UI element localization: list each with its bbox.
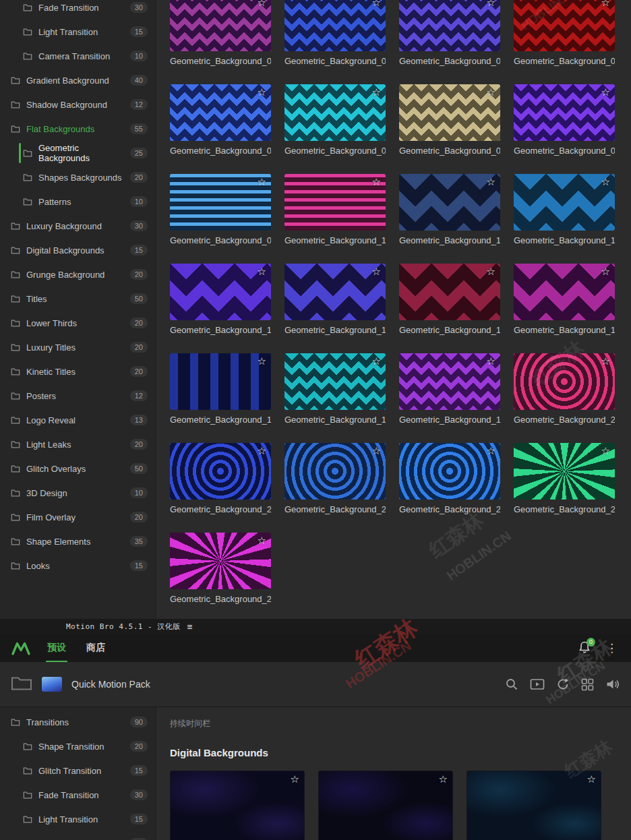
- notifications-button[interactable]: 0: [578, 640, 591, 657]
- preview-icon[interactable]: [530, 678, 545, 691]
- preset-item[interactable]: ☆Geometric_Background_1: [399, 353, 500, 427]
- preset-thumbnail[interactable]: ☆: [514, 174, 615, 231]
- preset-item[interactable]: ☆Geometric_Background_0: [170, 174, 271, 247]
- preset-item[interactable]: ☆: [467, 771, 568, 840]
- sidebar-item-patterns[interactable]: Patterns10: [0, 189, 156, 214]
- preset-item[interactable]: ☆Geometric_Background_2: [514, 353, 615, 427]
- tab-presets[interactable]: 预设: [46, 634, 67, 662]
- preset-thumbnail[interactable]: ☆: [399, 0, 500, 51]
- preset-item[interactable]: ☆Geometric_Background_0: [399, 0, 500, 68]
- sidebar-item-logo-reveal[interactable]: Logo Reveal13: [0, 408, 156, 432]
- preset-item[interactable]: ☆Geometric_Background_2: [170, 533, 271, 606]
- favorite-star-icon[interactable]: ☆: [372, 86, 381, 98]
- preset-thumbnail[interactable]: ☆: [170, 533, 271, 589]
- sidebar-item-fade-transition[interactable]: Fade Transition30: [0, 783, 156, 807]
- sidebar-item-lower-thirds[interactable]: Lower Thirds20: [0, 311, 156, 335]
- sidebar-item-light-leaks[interactable]: Light Leaks20: [0, 432, 156, 456]
- favorite-star-icon[interactable]: ☆: [258, 0, 266, 9]
- sidebar-item-flat-backgrounds[interactable]: Flat Backgrounds55: [0, 117, 156, 141]
- preset-thumbnail[interactable]: ☆: [318, 771, 453, 840]
- preset-thumbnail[interactable]: ☆: [170, 0, 271, 51]
- favorite-star-icon[interactable]: ☆: [258, 176, 266, 188]
- preset-item[interactable]: ☆Geometric_Background_2: [170, 443, 271, 516]
- preset-item[interactable]: ☆Geometric_Background_1: [284, 264, 386, 337]
- grid-view-icon[interactable]: [581, 678, 594, 691]
- preset-item[interactable]: ☆Geometric_Background_1: [399, 174, 500, 247]
- preset-thumbnail[interactable]: ☆: [284, 0, 386, 51]
- preset-item[interactable]: ☆Geometric_Background_0: [399, 84, 500, 158]
- hamburger-menu-icon[interactable]: ≡: [187, 622, 193, 632]
- sidebar-item-digital-backgrounds[interactable]: Digital Backgrounds15: [0, 238, 156, 262]
- favorite-star-icon[interactable]: ☆: [601, 86, 610, 98]
- sidebar-item-titles[interactable]: Titles50: [0, 287, 156, 311]
- preset-item[interactable]: ☆Geometric_Background_0: [170, 0, 271, 68]
- favorite-star-icon[interactable]: ☆: [372, 0, 381, 9]
- favorite-star-icon[interactable]: ☆: [372, 266, 381, 278]
- preset-thumbnail[interactable]: ☆: [170, 84, 271, 141]
- sidebar-item-light-transition[interactable]: Light Transition15: [0, 20, 156, 44]
- preset-thumbnail[interactable]: ☆: [514, 0, 615, 51]
- sidebar-item-gradient-background[interactable]: Gradient Background40: [0, 68, 156, 92]
- favorite-star-icon[interactable]: ☆: [258, 355, 266, 367]
- favorite-star-icon[interactable]: ☆: [601, 355, 610, 367]
- preset-thumbnail[interactable]: ☆: [399, 443, 500, 500]
- preset-item[interactable]: ☆Geometric_Background_2: [399, 443, 500, 516]
- favorite-star-icon[interactable]: ☆: [601, 266, 610, 278]
- preset-item[interactable]: ☆Geometric_Background_0: [170, 84, 271, 158]
- sidebar-item-luxury-background[interactable]: Luxury Background30: [0, 214, 156, 238]
- sidebar-item-shape-elements[interactable]: Shape Elements35: [0, 529, 156, 553]
- favorite-star-icon[interactable]: ☆: [601, 445, 610, 457]
- sidebar-item-camera-transition[interactable]: Camera Transition10: [0, 44, 156, 68]
- preset-thumbnail[interactable]: ☆: [514, 353, 615, 410]
- favorite-star-icon[interactable]: ☆: [372, 445, 381, 457]
- sidebar-item-shapes-backgrounds[interactable]: Shapes Backgrounds20: [0, 165, 156, 189]
- favorite-star-icon[interactable]: ☆: [439, 773, 448, 785]
- preset-thumbnail[interactable]: ☆: [170, 174, 271, 231]
- preset-thumbnail[interactable]: ☆: [514, 443, 615, 500]
- preset-thumbnail[interactable]: ☆: [399, 174, 500, 231]
- preset-thumbnail[interactable]: ☆: [284, 84, 386, 141]
- sidebar-item-kinetic-titles[interactable]: Kinetic Titles20: [0, 359, 156, 384]
- sidebar-item-film-overlay[interactable]: Film Overlay20: [0, 505, 156, 529]
- preset-thumbnail[interactable]: ☆: [284, 174, 386, 231]
- folder-outline-icon[interactable]: [11, 675, 32, 694]
- preset-item[interactable]: ☆Geometric_Background_2: [284, 443, 386, 516]
- tab-store[interactable]: 商店: [85, 634, 107, 662]
- favorite-star-icon[interactable]: ☆: [258, 266, 266, 278]
- preset-item[interactable]: ☆Geometric_Background_0: [284, 0, 386, 68]
- sidebar-item-light-transition[interactable]: Light Transition15: [0, 807, 156, 831]
- sidebar-item-luxury-titles[interactable]: Luxury Titles20: [0, 335, 156, 359]
- favorite-star-icon[interactable]: ☆: [372, 176, 381, 188]
- autoplay-icon[interactable]: [556, 678, 570, 691]
- favorite-star-icon[interactable]: ☆: [487, 266, 495, 278]
- preset-item[interactable]: ☆Geometric_Background_0: [514, 84, 615, 158]
- preset-thumbnail[interactable]: ☆: [399, 353, 500, 410]
- sidebar-item-transitions[interactable]: Transitions90: [0, 710, 156, 734]
- speaker-icon[interactable]: [605, 678, 620, 691]
- preset-thumbnail[interactable]: ☆: [284, 353, 386, 410]
- preset-item[interactable]: ☆Geometric_Background_1: [399, 264, 500, 337]
- favorite-star-icon[interactable]: ☆: [487, 86, 495, 98]
- window-titlebar[interactable]: Motion Bro 4.5.1 - 汉化版 ≡: [0, 619, 631, 634]
- preset-thumbnail[interactable]: ☆: [170, 771, 305, 840]
- search-icon[interactable]: [505, 678, 518, 691]
- favorite-star-icon[interactable]: ☆: [601, 176, 610, 188]
- favorite-star-icon[interactable]: ☆: [601, 0, 610, 9]
- preset-thumbnail[interactable]: ☆: [284, 264, 386, 320]
- pack-thumbnail[interactable]: [42, 677, 62, 692]
- favorite-star-icon[interactable]: ☆: [487, 0, 495, 9]
- favorite-star-icon[interactable]: ☆: [487, 445, 495, 457]
- preset-item[interactable]: ☆Geometric_Background_2: [514, 443, 615, 516]
- favorite-star-icon[interactable]: ☆: [258, 535, 266, 547]
- preset-thumbnail[interactable]: ☆: [514, 264, 615, 320]
- preset-thumbnail[interactable]: ☆: [170, 264, 271, 320]
- preset-item[interactable]: ☆: [170, 771, 271, 840]
- preset-thumbnail[interactable]: ☆: [399, 84, 500, 141]
- sidebar-item-3d-design[interactable]: 3D Design10: [0, 481, 156, 505]
- preset-item[interactable]: ☆Geometric_Background_1: [284, 174, 386, 247]
- preset-item[interactable]: ☆Geometric_Background_0: [514, 0, 615, 68]
- sidebar-item-glitch-overlays[interactable]: Glitch Overlays50: [0, 456, 156, 481]
- kebab-menu-icon[interactable]: ⋮: [603, 641, 620, 655]
- sidebar-item-posters[interactable]: Posters12: [0, 384, 156, 408]
- favorite-star-icon[interactable]: ☆: [291, 773, 299, 785]
